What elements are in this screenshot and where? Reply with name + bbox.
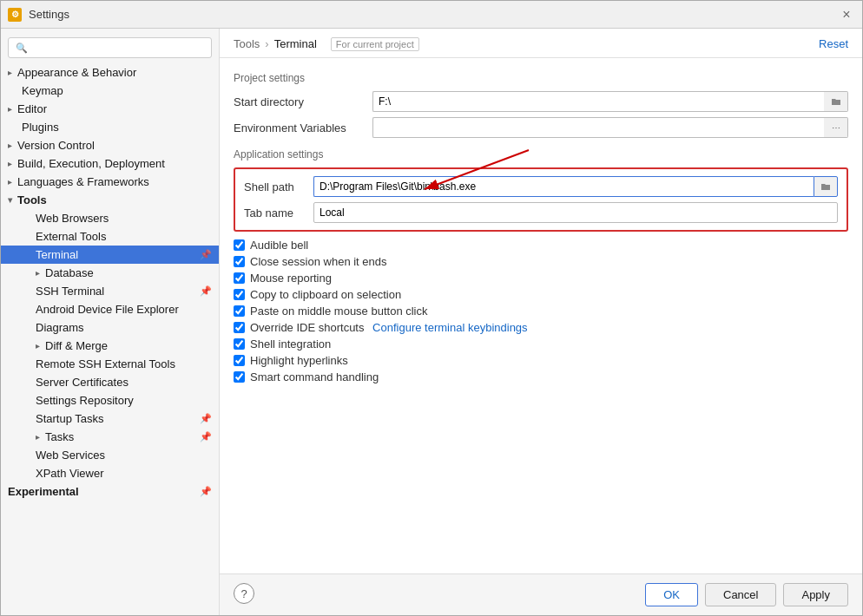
sidebar-item-languages[interactable]: ▸ Languages & Frameworks [1, 173, 219, 191]
override-ide-checkbox[interactable] [234, 322, 245, 333]
project-badge: For current project [331, 38, 419, 50]
bottom-bar: ? OK Cancel Apply [220, 573, 862, 615]
sidebar-item-remote-ssh[interactable]: Remote SSH External Tools [1, 355, 219, 373]
sidebar-item-label-remote-ssh: Remote SSH External Tools [36, 357, 175, 370]
sidebar-item-label-keymap: Keymap [22, 84, 63, 97]
configure-keybindings-link[interactable]: Configure terminal keybindings [370, 321, 528, 334]
sidebar-item-label-ext-tools: External Tools [36, 230, 106, 243]
main-header: Tools › Terminal For current project Res… [220, 29, 862, 58]
sidebar-item-xpath[interactable]: XPath Viewer [1, 464, 219, 482]
sidebar-item-label-web-browsers: Web Browsers [36, 212, 109, 225]
window-title: Settings [29, 8, 69, 21]
shell-path-label: Shell path [244, 180, 313, 193]
shell-integration-label: Shell integration [250, 337, 331, 351]
expand-icon-appearance: ▸ [8, 68, 12, 77]
sidebar-item-external-tools[interactable]: External Tools [1, 227, 219, 246]
mouse-reporting-checkbox[interactable] [234, 272, 245, 284]
reset-button[interactable]: Reset [819, 37, 848, 50]
override-ide-label: Override IDE shortcuts [250, 321, 365, 334]
sidebar-item-appearance[interactable]: ▸ Appearance & Behavior [1, 63, 219, 82]
checkbox-mouse-reporting: Mouse reporting [234, 272, 848, 285]
copy-clipboard-checkbox[interactable] [234, 289, 245, 300]
search-icon: 🔍 [16, 43, 28, 54]
sidebar-item-experimental[interactable]: Experimental 📌 [1, 482, 219, 501]
close-session-checkbox[interactable] [234, 256, 245, 267]
highlight-hyperlinks-checkbox[interactable] [234, 355, 245, 366]
sidebar-item-terminal[interactable]: Terminal 📌 [1, 246, 219, 264]
sidebar-item-diff-merge[interactable]: ▸ Diff & Merge [1, 337, 219, 355]
start-directory-row: Start directory F:\ [234, 91, 848, 112]
paste-middle-label: Paste on middle mouse button click [250, 305, 428, 318]
checkbox-close-session: Close session when it ends [234, 255, 848, 268]
start-directory-browse-button[interactable] [824, 91, 848, 112]
apply-button[interactable]: Apply [783, 583, 848, 606]
sidebar-item-settings-repo[interactable]: Settings Repository [1, 391, 219, 410]
audible-bell-checkbox[interactable] [234, 239, 245, 251]
env-variables-input[interactable] [372, 117, 824, 138]
ok-button[interactable]: OK [645, 583, 698, 606]
sidebar-item-tasks[interactable]: ▸ Tasks 📌 [1, 428, 219, 446]
checkbox-override-ide: Override IDE shortcuts Configure termina… [234, 321, 848, 334]
expand-icon-diff: ▸ [36, 341, 40, 351]
shell-browse-button[interactable] [814, 176, 838, 197]
sidebar-item-keymap[interactable]: Keymap [1, 82, 219, 100]
sidebar-item-label-settings-repo: Settings Repository [36, 394, 134, 407]
sidebar-item-server-certs[interactable]: Server Certificates [1, 373, 219, 391]
shell-path-field: D:\Program Files\Git\bin\bash.exe [313, 176, 838, 197]
pin-icon-experimental: 📌 [200, 486, 212, 497]
env-variables-browse-button[interactable]: ⋯ [824, 117, 848, 138]
app-settings-box: Shell path D:\Program Files\Git\bin\bash… [234, 167, 848, 232]
app-icon: ⚙ [8, 8, 22, 22]
main-content-area: 🔍 ▸ Appearance & Behavior Keymap ▸ Edito… [1, 29, 862, 615]
sidebar-item-startup-tasks[interactable]: Startup Tasks 📌 [1, 410, 219, 428]
shell-integration-checkbox[interactable] [234, 338, 245, 350]
expand-icon-tasks: ▸ [36, 432, 40, 442]
sidebar-item-android-device[interactable]: Android Device File Explorer [1, 300, 219, 318]
tab-name-label: Tab name [244, 206, 313, 220]
sidebar-item-version-control[interactable]: ▸ Version Control [1, 136, 219, 154]
breadcrumb-separator: › [265, 37, 268, 50]
close-button[interactable]: × [838, 6, 855, 23]
sidebar-item-ssh-terminal[interactable]: SSH Terminal 📌 [1, 282, 219, 300]
sidebar-item-label-build: Build, Execution, Deployment [17, 157, 165, 170]
sidebar-item-tools[interactable]: ▾ Tools [1, 191, 219, 209]
sidebar-item-label-vc: Version Control [17, 139, 95, 152]
settings-window: ⚙ Settings × 🔍 ▸ Appearance & Behavior K… [0, 0, 863, 616]
sidebar-item-editor[interactable]: ▸ Editor [1, 100, 219, 118]
sidebar-item-label-terminal: Terminal [36, 248, 78, 261]
paste-middle-checkbox[interactable] [234, 305, 245, 317]
checkbox-paste-middle: Paste on middle mouse button click [234, 305, 848, 318]
search-input[interactable] [31, 42, 204, 54]
start-directory-input[interactable]: F:\ [372, 91, 824, 112]
sidebar-item-web-services[interactable]: Web Services [1, 446, 219, 464]
pin-icon-startup: 📌 [200, 413, 212, 424]
sidebar-item-label-ssh: SSH Terminal [36, 285, 196, 298]
breadcrumb-parent: Tools [234, 37, 260, 50]
breadcrumb-current: Terminal [274, 37, 317, 50]
search-box[interactable]: 🔍 [8, 37, 212, 58]
project-badge-text: For current project [331, 37, 419, 51]
settings-content: Project settings Start directory F:\ [220, 58, 862, 573]
shell-path-row: Shell path D:\Program Files\Git\bin\bash… [244, 176, 838, 197]
tab-name-row: Tab name Local [244, 202, 838, 223]
main-panel: Tools › Terminal For current project Res… [220, 29, 862, 615]
checkbox-highlight-hyperlinks: Highlight hyperlinks [234, 354, 848, 367]
shell-path-input[interactable]: D:\Program Files\Git\bin\bash.exe [313, 176, 814, 197]
sidebar-item-label-diagrams: Diagrams [36, 321, 84, 334]
pin-icon-ssh: 📌 [200, 285, 212, 297]
sidebar-item-diagrams[interactable]: Diagrams [1, 318, 219, 337]
checkbox-shell-integration: Shell integration [234, 337, 848, 351]
sidebar-item-build[interactable]: ▸ Build, Execution, Deployment [1, 154, 219, 173]
sidebar-item-label-database: Database [45, 266, 94, 279]
help-button[interactable]: ? [234, 583, 254, 604]
audible-bell-label: Audible bell [250, 239, 308, 252]
ellipsis-icon: ⋯ [832, 123, 840, 133]
sidebar-item-web-browsers[interactable]: Web Browsers [1, 209, 219, 227]
project-settings-label: Project settings [234, 72, 848, 84]
smart-command-checkbox[interactable] [234, 371, 245, 383]
checkbox-copy-clipboard: Copy to clipboard on selection [234, 288, 848, 301]
sidebar-item-database[interactable]: ▸ Database [1, 264, 219, 282]
cancel-button[interactable]: Cancel [705, 583, 776, 606]
tab-name-input[interactable]: Local [313, 202, 838, 223]
sidebar-item-plugins[interactable]: Plugins [1, 118, 219, 136]
